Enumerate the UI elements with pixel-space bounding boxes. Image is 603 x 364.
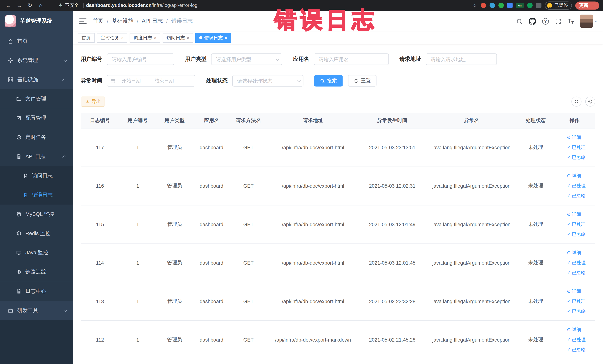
folder-icon — [16, 96, 22, 102]
sidebar-item-access-log[interactable]: 访问日志 — [0, 166, 73, 186]
sidebar-item-redis[interactable]: Redis 监控 — [0, 224, 73, 243]
app-title: 芋道管理系统 — [20, 18, 52, 24]
mark-ignored-link[interactable]: ✓已忽略 — [567, 268, 586, 278]
reset-button[interactable]: 重置 — [348, 75, 377, 87]
breadcrumb-item[interactable]: 首页 — [93, 18, 104, 24]
mark-ignored-link[interactable]: ✓已忽略 — [567, 345, 586, 354]
site-security-info[interactable]: ⚠ 不安全 — [58, 2, 86, 9]
tab-job[interactable]: 定时任务 × — [97, 33, 128, 42]
user-menu[interactable]: ▾ — [580, 15, 597, 28]
extension-on-badge[interactable]: on — [516, 3, 524, 8]
browser-back-button[interactable]: ← — [4, 1, 13, 10]
cell-exception-time: 2021-05-02 21:45:28 — [359, 320, 425, 359]
mark-ignored-link[interactable]: ✓已忽略 — [567, 191, 586, 201]
browser-forward-button[interactable]: → — [15, 1, 24, 10]
browser-home-button[interactable]: ⌂ — [36, 1, 46, 10]
page-content: 用户编号 用户类型 应用名 请求 — [73, 44, 603, 364]
extension-icon-2[interactable] — [489, 3, 495, 8]
table-row: 115 1 管理员 dashboard GET /api/infra/db-do… — [81, 205, 595, 244]
end-date-input[interactable] — [150, 78, 178, 83]
mark-processed-link[interactable]: ✓已处理 — [567, 181, 586, 191]
mark-ignored-link[interactable]: ✓已忽略 — [567, 306, 586, 316]
cell-log-id: 117 — [81, 128, 119, 166]
extension-icon-3[interactable] — [499, 3, 504, 8]
search-button[interactable]: 搜索 — [314, 75, 343, 87]
breadcrumb-item[interactable]: 基础设施 — [112, 18, 133, 24]
sidebar-item-java[interactable]: Java 监控 — [0, 243, 73, 262]
sidebar-item-config[interactable]: 配置管理 — [0, 108, 73, 128]
sidebar-item-infra[interactable]: 基础设施 — [0, 70, 73, 89]
extension-icon-1[interactable] — [481, 3, 486, 8]
breadcrumb-item[interactable]: API 日志 — [142, 18, 163, 24]
sidebar-item-system[interactable]: 系统管理 — [0, 51, 73, 70]
close-icon[interactable]: × — [154, 35, 156, 40]
sidebar-item-api-log[interactable]: API 日志 — [0, 147, 73, 166]
help-icon[interactable]: ? — [542, 18, 549, 24]
cell-actions: ⊙详细 ✓已处理 ✓已忽略 — [554, 166, 595, 205]
table-row: 113 1 管理员 dashboard GET /api/infra/db-do… — [81, 282, 595, 320]
search-icon[interactable] — [516, 18, 522, 24]
detail-link[interactable]: ⊙详细 — [567, 210, 581, 219]
mark-processed-link[interactable]: ✓已处理 — [567, 335, 586, 344]
request-url-input[interactable] — [426, 53, 497, 65]
sidebar-item-dev-tools[interactable]: 研发工具 — [0, 301, 73, 320]
extension-icon-4[interactable] — [507, 3, 512, 8]
cell-method: GET — [230, 320, 267, 359]
tab-access-log[interactable]: 访问日志 × — [162, 33, 193, 42]
sidebar-item-mysql[interactable]: MySQL 监控 — [0, 205, 73, 224]
close-icon[interactable]: × — [225, 35, 227, 40]
cell-user-id: 1 — [119, 128, 156, 166]
document-icon — [23, 173, 28, 178]
app-name-input[interactable] — [314, 53, 389, 65]
column-settings-button[interactable] — [585, 97, 595, 107]
cell-user-id: 1 — [119, 166, 156, 205]
sidebar-item-file[interactable]: 文件管理 — [0, 89, 73, 108]
logo-image — [5, 15, 16, 27]
user-type-select[interactable] — [211, 53, 282, 65]
github-icon[interactable] — [529, 17, 536, 25]
user-id-input[interactable] — [107, 53, 174, 65]
table-row: 112 1 管理员 dashboard GET /api/infra/db-do… — [81, 320, 595, 359]
sidebar-item-trace[interactable]: 链路追踪 — [0, 262, 73, 282]
cell-user-id: 1 — [119, 205, 156, 244]
calendar-icon — [110, 78, 115, 83]
fullscreen-icon[interactable] — [555, 18, 561, 24]
font-size-icon[interactable]: TT — [568, 18, 574, 24]
mark-processed-link[interactable]: ✓已处理 — [567, 220, 586, 229]
sidebar-item-home[interactable]: 首页 — [0, 32, 73, 51]
mark-ignored-link[interactable]: ✓已忽略 — [567, 153, 586, 162]
status-select[interactable] — [232, 75, 303, 87]
mark-processed-link[interactable]: ✓已处理 — [567, 296, 586, 306]
tab-error-log[interactable]: 错误日志 × — [196, 33, 231, 42]
chevron-down-icon — [63, 58, 67, 62]
tab-home[interactable]: 首页 — [78, 33, 94, 42]
detail-link[interactable]: ⊙详细 — [567, 325, 581, 335]
detail-link[interactable]: ⊙详细 — [567, 286, 581, 296]
bookmark-star-icon[interactable]: ☆ — [473, 2, 477, 8]
mark-processed-link[interactable]: ✓已处理 — [567, 143, 586, 152]
detail-link[interactable]: ⊙详细 — [567, 171, 581, 181]
export-button[interactable]: 导出 — [81, 97, 105, 107]
browser-update-button[interactable]: 更新 ⋮ — [575, 1, 599, 10]
refresh-table-button[interactable] — [571, 97, 581, 107]
start-date-input[interactable] — [117, 78, 146, 83]
detail-link[interactable]: ⊙详细 — [567, 248, 581, 258]
extension-icon-5[interactable] — [527, 3, 533, 8]
col-app-name: 应用名 — [193, 113, 230, 128]
close-icon[interactable]: × — [187, 35, 189, 40]
date-range-picker[interactable]: - — [107, 75, 195, 87]
sidebar-item-log-center[interactable]: 日志中心 — [0, 282, 73, 301]
browser-reload-button[interactable]: ↻ — [25, 1, 35, 10]
close-icon[interactable]: × — [121, 35, 123, 40]
sidebar-item-error-log[interactable]: 错误日志 — [0, 186, 73, 205]
mark-processed-link[interactable]: ✓已处理 — [567, 258, 586, 268]
address-bar[interactable]: dashboard.yudao.iocoder.cn/infra/log/api… — [86, 3, 197, 8]
paused-badge[interactable]: 已暂停 — [545, 1, 572, 10]
tab-schedule-log[interactable]: 调度日志 × — [130, 33, 160, 42]
sidebar-item-job[interactable]: 定时任务 — [0, 128, 73, 147]
search-icon — [320, 78, 325, 83]
extension-icon-6[interactable] — [536, 3, 542, 8]
detail-link[interactable]: ⊙详细 — [567, 133, 581, 142]
sidebar-toggle-button[interactable] — [79, 19, 86, 24]
mark-ignored-link[interactable]: ✓已忽略 — [567, 229, 586, 239]
